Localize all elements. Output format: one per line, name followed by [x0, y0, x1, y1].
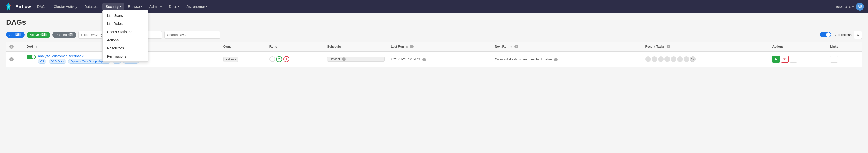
dropdown-list-roles[interactable]: List Roles [103, 20, 148, 28]
nav-time[interactable]: 19:08 UTC ▾ [835, 5, 854, 9]
brand[interactable]: Airflow [4, 2, 31, 11]
owner-badge: Pakkun [223, 57, 238, 62]
nav-admin[interactable]: Admin ▾ [146, 3, 165, 10]
row-recenttasks-cell: 17 [642, 51, 769, 67]
action-delete-button[interactable]: 🗑 [781, 55, 788, 63]
nextrun-info-icon[interactable]: i [515, 45, 518, 48]
th-actions: Actions [769, 42, 827, 51]
auto-refresh-label: Auto-refresh [833, 33, 851, 37]
links-more-button[interactable]: ··· [830, 55, 838, 63]
tag-cs[interactable]: CS [38, 59, 46, 64]
th-links: Links [827, 42, 862, 51]
th-recent-tasks: Recent Tasks i [642, 42, 769, 51]
action-more-button[interactable]: ··· [789, 55, 797, 63]
th-info: i [6, 42, 24, 51]
task-circle-4 [664, 56, 670, 62]
run-circle-failed[interactable]: 1 [283, 56, 289, 62]
th-schedule: Schedule [324, 42, 388, 51]
airflow-logo [4, 2, 13, 11]
refresh-button[interactable]: ↻ [854, 31, 862, 39]
nav-docs[interactable]: Docs ▾ [166, 3, 182, 10]
nextrun-sort-icon: ⇅ [510, 45, 513, 48]
time-chevron-icon: ▾ [852, 5, 854, 8]
th-owner: Owner [220, 42, 267, 51]
task-circle-7 [684, 56, 689, 62]
row-runs-cell: 2 1 [267, 51, 324, 67]
tag-dagdocs[interactable]: DAG Docs [49, 59, 66, 64]
th-next-run[interactable]: Next Run ⇅ i [492, 42, 642, 51]
nav-datasets[interactable]: Datasets [81, 3, 101, 10]
row-lastrun-cell: 2024-03-28, 12:04:43 i [388, 51, 492, 67]
dropdown-users-statistics[interactable]: User's Statistics [103, 28, 148, 36]
task-circle-count[interactable]: 17 [690, 56, 695, 62]
docs-chevron-icon: ▾ [178, 5, 179, 8]
row-actions-cell: ▶ 🗑 ··· [769, 51, 827, 67]
run-circle-empty1 [270, 56, 275, 62]
dag-toggle-knob [32, 55, 35, 59]
th-runs: Runs [267, 42, 324, 51]
action-play-button[interactable]: ▶ [772, 55, 780, 63]
filter-paused-button[interactable]: Paused 7 [52, 32, 76, 38]
toggle-knob [826, 32, 831, 37]
schedule-badge: Dataset i [327, 56, 385, 62]
nav-astronomer[interactable]: Astronomer ▾ [183, 3, 210, 10]
next-run-value: On snowflake://customer_feedback_table/ [495, 58, 552, 61]
nav-right: 19:08 UTC ▾ AU [835, 3, 864, 11]
task-circle-5 [671, 56, 676, 62]
svg-point-3 [8, 6, 10, 8]
task-circle-2 [652, 56, 657, 62]
nav-cluster-activity[interactable]: Cluster Activity [51, 3, 80, 10]
filter-all-button[interactable]: All 28 [6, 32, 25, 38]
dropdown-resources[interactable]: Resources [103, 44, 148, 52]
run-circles: 2 1 [270, 56, 321, 62]
task-circle-3 [658, 56, 664, 62]
navbar: Airflow DAGs Cluster Activity Datasets S… [0, 0, 868, 13]
schedule-info-icon[interactable]: i [342, 58, 346, 61]
nav-browse[interactable]: Browse ▾ [125, 3, 145, 10]
auto-refresh-container: Auto-refresh [820, 32, 851, 37]
dag-toggle[interactable] [27, 54, 36, 59]
search-dags-input[interactable] [164, 31, 220, 39]
recenttasks-info-icon[interactable]: i [667, 45, 670, 48]
auto-refresh-toggle[interactable] [820, 32, 831, 37]
nav-avatar[interactable]: AU [856, 3, 864, 11]
security-dropdown-menu: List Users List Roles User's Statistics … [102, 10, 148, 62]
lastrun-info-icon[interactable]: i [410, 45, 413, 48]
recent-tasks-row: 17 [645, 56, 766, 62]
astronomer-chevron-icon: ▾ [206, 5, 208, 8]
task-circle-6 [677, 56, 683, 62]
last-run-value: 2024-03-28, 12:04:43 [391, 58, 420, 61]
dropdown-actions[interactable]: Actions [103, 36, 148, 44]
security-chevron-icon: ▾ [120, 5, 121, 8]
row-links-cell: ··· [827, 51, 862, 67]
brand-text: Airflow [15, 4, 31, 9]
filter-active-button[interactable]: Active 21 [27, 32, 50, 38]
all-count-badge: 28 [14, 33, 21, 36]
th-last-run[interactable]: Last Run ⇅ i [388, 42, 492, 51]
task-circle-1 [645, 56, 651, 62]
nav-security[interactable]: Security ▾ [102, 3, 124, 10]
row-info-cell: i [6, 51, 24, 67]
nav-security-dropdown-container: Security ▾ List Users List Roles User's … [102, 3, 124, 10]
lastrun-row-info-icon[interactable]: i [422, 58, 426, 62]
actions-cell: ▶ 🗑 ··· [772, 55, 824, 63]
row-info-icon[interactable]: i [9, 58, 13, 62]
row-nextrun-cell: On snowflake://customer_feedback_table/ … [492, 51, 642, 67]
nav-dags[interactable]: DAGs [34, 3, 50, 10]
dropdown-permissions[interactable]: Permissions [103, 52, 148, 61]
paused-count-badge: 7 [68, 33, 73, 36]
admin-chevron-icon: ▾ [160, 5, 162, 8]
active-count-badge: 21 [40, 33, 47, 36]
run-circle-success[interactable]: 2 [276, 56, 282, 62]
refresh-icon: ↻ [857, 33, 859, 37]
header-info-icon[interactable]: i [9, 45, 13, 49]
dropdown-list-users[interactable]: List Users [103, 11, 148, 20]
browse-chevron-icon: ▾ [141, 5, 142, 8]
dag-sort-icon: ⇅ [35, 45, 37, 48]
lastrun-sort-icon: ⇅ [406, 45, 408, 48]
row-owner-cell: Pakkun [220, 51, 267, 67]
row-schedule-cell: Dataset i [324, 51, 388, 67]
nextrun-row-info-icon[interactable]: i [554, 58, 558, 62]
